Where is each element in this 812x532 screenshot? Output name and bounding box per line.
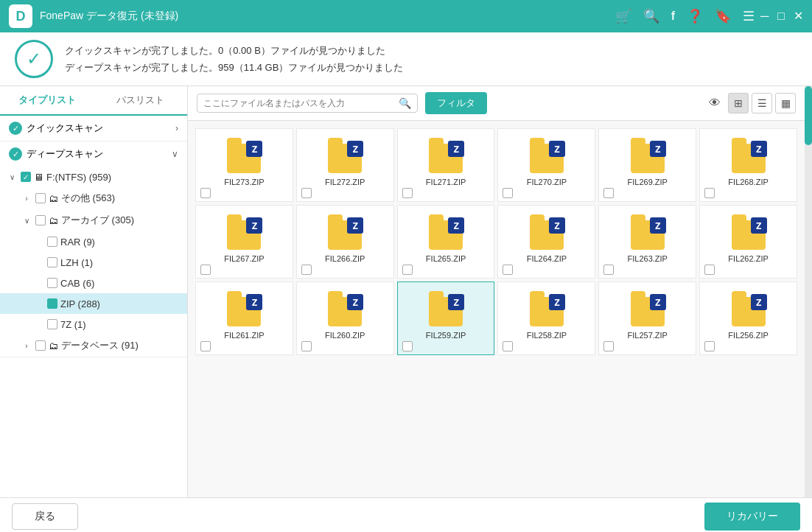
recover-button[interactable]: リカバリー bbox=[704, 503, 800, 531]
tree-item-lzh[interactable]: LZH (1) bbox=[0, 252, 187, 273]
deep-scan-header[interactable]: ✓ ディープスキャン ∨ bbox=[0, 141, 187, 167]
filter-button[interactable]: フィルタ bbox=[425, 92, 487, 114]
file-item[interactable]: Z FIL270.ZIP bbox=[497, 128, 595, 202]
tree-item-zip[interactable]: ZIP (288) bbox=[0, 293, 187, 314]
file-checkbox[interactable] bbox=[603, 265, 614, 275]
checkbox-zip[interactable] bbox=[47, 298, 57, 309]
file-checkbox[interactable] bbox=[704, 265, 715, 275]
file-item[interactable]: Z FIL257.ZIP bbox=[598, 281, 696, 355]
checkbox-lzh[interactable] bbox=[47, 257, 57, 267]
eye-view-button[interactable]: 👁 bbox=[704, 93, 725, 113]
checkbox-cab[interactable] bbox=[47, 278, 57, 288]
titlebar-icons: 🛒 🔍 f ❓ 🔖 ☰ bbox=[615, 8, 755, 24]
file-item[interactable]: Z FIL263.ZIP bbox=[598, 205, 696, 279]
scrollbar-thumb[interactable] bbox=[805, 86, 812, 145]
database-label: データベース (91) bbox=[61, 339, 181, 352]
file-checkbox[interactable] bbox=[200, 341, 211, 351]
file-checkbox[interactable] bbox=[402, 341, 413, 351]
file-checkbox[interactable] bbox=[503, 341, 513, 351]
scrollbar-track[interactable] bbox=[805, 86, 812, 497]
tab-path-list[interactable]: パスリスト bbox=[94, 86, 187, 114]
file-checkbox[interactable] bbox=[200, 265, 211, 275]
file-item[interactable]: Z FIL264.ZIP bbox=[497, 205, 595, 279]
status-icon: ✓ bbox=[15, 40, 53, 78]
file-name: FIL256.ZIP bbox=[728, 331, 768, 340]
tree-item-cab[interactable]: CAB (6) bbox=[0, 273, 187, 293]
minimize-button[interactable]: ─ bbox=[760, 10, 769, 22]
file-item[interactable]: Z FIL261.ZIP bbox=[195, 281, 293, 355]
file-name: FIL265.ZIP bbox=[426, 254, 466, 263]
quick-scan-status: クイックスキャンが完了しました。0（0.00 B）ファイルが見つかりました bbox=[65, 42, 403, 59]
file-item[interactable]: Z FIL259.ZIP bbox=[397, 281, 495, 355]
checkbox-rar[interactable] bbox=[47, 237, 57, 247]
checkbox-7z[interactable] bbox=[47, 319, 57, 329]
file-checkbox[interactable] bbox=[704, 188, 715, 198]
file-checkbox[interactable] bbox=[503, 188, 513, 198]
expand-database[interactable]: › bbox=[21, 340, 32, 351]
file-checkbox[interactable] bbox=[301, 341, 312, 351]
file-item[interactable]: Z FIL272.ZIP bbox=[296, 128, 394, 202]
file-name: FIL268.ZIP bbox=[728, 178, 768, 186]
logo-letter: D bbox=[16, 9, 26, 24]
file-item[interactable]: Z FIL267.ZIP bbox=[195, 205, 293, 279]
tree-item-7z[interactable]: 7Z (1) bbox=[0, 314, 187, 335]
search-icon: 🔍 bbox=[399, 97, 411, 109]
register-icon[interactable]: 🔖 bbox=[715, 8, 731, 24]
checkbox-drive[interactable]: ✓ bbox=[21, 172, 31, 182]
expand-archive[interactable]: ∨ bbox=[21, 214, 32, 226]
close-button[interactable]: ✕ bbox=[794, 10, 803, 22]
file-name: FIL269.ZIP bbox=[628, 178, 668, 186]
grid-view-button[interactable]: ⊞ bbox=[728, 93, 749, 113]
file-checkbox[interactable] bbox=[402, 265, 413, 275]
tree-item-database[interactable]: › 🗂 データベース (91) bbox=[0, 335, 187, 357]
list-view-button[interactable]: ☰ bbox=[752, 93, 772, 113]
file-checkbox[interactable] bbox=[301, 188, 312, 198]
file-item[interactable]: Z FIL273.ZIP bbox=[195, 128, 293, 202]
file-checkbox[interactable] bbox=[402, 188, 413, 198]
file-checkbox[interactable] bbox=[603, 341, 614, 351]
content-area: 🔍 フィルタ 👁 ⊞ ☰ ▦ Z FIL273.ZIP bbox=[188, 86, 805, 497]
zip-file-icon: Z bbox=[427, 211, 464, 250]
file-name: FIL258.ZIP bbox=[527, 331, 567, 340]
tree-item-archive[interactable]: ∨ 🗂 アーカイブ (305) bbox=[0, 209, 187, 231]
menu-icon[interactable]: ☰ bbox=[743, 8, 755, 24]
file-checkbox[interactable] bbox=[603, 188, 614, 198]
deep-scan-check: ✓ bbox=[9, 147, 22, 161]
zip-file-icon: Z bbox=[427, 288, 464, 326]
file-item[interactable]: Z FIL260.ZIP bbox=[296, 281, 394, 355]
drive-icon: 🖥 bbox=[34, 172, 43, 183]
file-item[interactable]: Z FIL256.ZIP bbox=[699, 281, 797, 355]
checkbox-other[interactable] bbox=[35, 193, 46, 203]
deep-scan-section: ✓ ディープスキャン ∨ ∨ ✓ 🖥 F:(NTFS) (959) › 🗂 その… bbox=[0, 141, 187, 357]
back-button[interactable]: 戻る bbox=[12, 503, 78, 530]
cart-icon[interactable]: 🛒 bbox=[615, 8, 631, 24]
search-input[interactable] bbox=[203, 98, 399, 108]
file-checkbox[interactable] bbox=[503, 265, 513, 275]
tab-type-list[interactable]: タイプリスト bbox=[0, 86, 94, 116]
checkbox-database[interactable] bbox=[35, 340, 46, 351]
file-item[interactable]: Z FIL258.ZIP bbox=[497, 281, 595, 355]
file-item[interactable]: Z FIL266.ZIP bbox=[296, 205, 394, 279]
facebook-icon[interactable]: f bbox=[671, 10, 675, 23]
file-item[interactable]: Z FIL269.ZIP bbox=[598, 128, 696, 202]
maximize-button[interactable]: □ bbox=[777, 10, 785, 22]
file-name: FIL270.ZIP bbox=[527, 178, 567, 186]
file-checkbox[interactable] bbox=[200, 188, 211, 198]
detail-view-button[interactable]: ▦ bbox=[775, 93, 796, 113]
help-icon[interactable]: ❓ bbox=[687, 8, 703, 24]
search-icon[interactable]: 🔍 bbox=[643, 8, 659, 24]
quick-scan-header[interactable]: ✓ クイックスキャン › bbox=[0, 116, 187, 141]
file-checkbox[interactable] bbox=[704, 341, 715, 351]
expand-other[interactable]: › bbox=[21, 192, 32, 204]
file-item[interactable]: Z FIL268.ZIP bbox=[699, 128, 797, 202]
tree-item-rar[interactable]: RAR (9) bbox=[0, 231, 187, 252]
file-item[interactable]: Z FIL262.ZIP bbox=[699, 205, 797, 279]
file-item[interactable]: Z FIL265.ZIP bbox=[397, 205, 495, 279]
file-item[interactable]: Z FIL271.ZIP bbox=[397, 128, 495, 202]
file-checkbox[interactable] bbox=[301, 265, 312, 275]
expand-drive[interactable]: ∨ bbox=[6, 171, 18, 183]
tree-item-drive[interactable]: ∨ ✓ 🖥 F:(NTFS) (959) bbox=[0, 167, 187, 187]
tree-item-other[interactable]: › 🗂 その他 (563) bbox=[0, 187, 187, 209]
checkbox-archive[interactable] bbox=[35, 215, 46, 225]
file-name: FIL260.ZIP bbox=[325, 331, 365, 340]
